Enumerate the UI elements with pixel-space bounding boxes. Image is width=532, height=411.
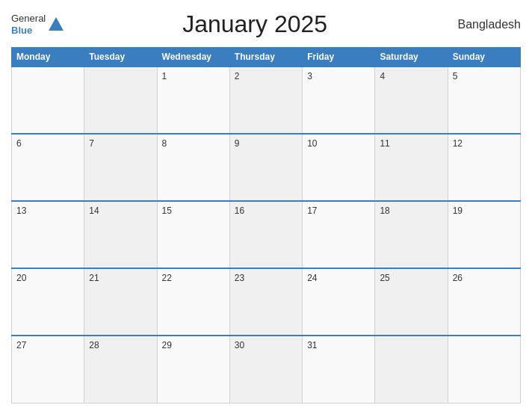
day-cell: 27 xyxy=(12,336,84,403)
day-number: 21 xyxy=(89,273,152,283)
day-number: 26 xyxy=(453,273,516,283)
logo-blue-text: Blue xyxy=(11,25,46,37)
header-tuesday: Tuesday xyxy=(84,48,157,67)
day-cell: 28 xyxy=(84,336,157,403)
day-cell: 10 xyxy=(303,134,375,201)
day-cell xyxy=(375,336,448,403)
day-cell: 21 xyxy=(84,268,157,336)
day-cell: 23 xyxy=(229,268,302,336)
day-cell: 25 xyxy=(375,268,448,336)
day-number: 5 xyxy=(453,71,516,81)
day-number: 20 xyxy=(16,273,79,283)
day-cell xyxy=(448,336,520,403)
day-number: 18 xyxy=(380,206,442,216)
day-number: 7 xyxy=(89,138,152,149)
day-number: 4 xyxy=(380,71,442,81)
day-cell: 9 xyxy=(229,134,302,201)
day-number: 8 xyxy=(162,138,225,149)
day-cell: 8 xyxy=(157,134,229,201)
header-monday: Monday xyxy=(12,48,84,67)
day-cell: 2 xyxy=(229,67,302,134)
day-number: 17 xyxy=(307,206,370,216)
header-saturday: Saturday xyxy=(375,48,448,67)
day-number: 28 xyxy=(89,340,152,350)
calendar-header: General Blue January 2025 Bangladesh xyxy=(11,7,521,41)
header-sunday: Sunday xyxy=(448,48,520,67)
day-number: 27 xyxy=(16,340,79,350)
day-cell: 4 xyxy=(375,67,448,134)
country-label: Bangladesh xyxy=(446,18,521,31)
day-cell xyxy=(12,67,84,134)
day-cell: 15 xyxy=(157,201,229,268)
day-number: 23 xyxy=(235,273,297,283)
day-number: 9 xyxy=(235,138,297,149)
day-number: 16 xyxy=(235,206,297,216)
day-number: 6 xyxy=(16,138,79,149)
day-cell: 26 xyxy=(448,268,520,336)
day-cell: 6 xyxy=(12,134,84,201)
day-number: 1 xyxy=(162,71,225,81)
day-cell: 14 xyxy=(84,201,157,268)
day-cell: 20 xyxy=(12,268,84,336)
logo-general-text: General xyxy=(11,13,46,25)
day-number: 30 xyxy=(235,340,297,350)
day-cell: 7 xyxy=(84,134,157,201)
day-number: 3 xyxy=(307,71,370,81)
day-number: 12 xyxy=(453,138,516,149)
day-cell: 5 xyxy=(448,67,520,134)
days-header-row: Monday Tuesday Wednesday Thursday Friday… xyxy=(12,48,521,67)
day-number: 22 xyxy=(162,273,225,283)
day-number: 25 xyxy=(380,273,442,283)
calendar-wrapper: General Blue January 2025 Bangladesh Mon… xyxy=(0,0,532,411)
day-cell: 13 xyxy=(12,201,84,268)
logo: General Blue xyxy=(11,13,64,36)
day-cell: 1 xyxy=(157,67,229,134)
day-cell: 29 xyxy=(157,336,229,403)
day-cell xyxy=(84,67,157,134)
week-row-4: 20212223242526 xyxy=(12,268,521,336)
day-cell: 31 xyxy=(303,336,375,403)
week-row-5: 2728293031 xyxy=(12,336,521,403)
header-friday: Friday xyxy=(303,48,375,67)
week-row-2: 6789101112 xyxy=(12,134,521,201)
day-cell: 17 xyxy=(303,201,375,268)
day-cell: 12 xyxy=(448,134,520,201)
day-number: 31 xyxy=(307,340,370,350)
day-number: 15 xyxy=(162,206,225,216)
header-thursday: Thursday xyxy=(229,48,302,67)
week-row-1: 12345 xyxy=(12,67,521,134)
day-number: 13 xyxy=(16,206,79,216)
day-cell: 19 xyxy=(448,201,520,268)
header-wednesday: Wednesday xyxy=(157,48,229,67)
calendar-table: Monday Tuesday Wednesday Thursday Friday… xyxy=(11,47,521,404)
day-cell: 24 xyxy=(303,268,375,336)
day-cell: 30 xyxy=(229,336,302,403)
day-number: 24 xyxy=(307,273,370,283)
day-number: 11 xyxy=(380,138,442,149)
day-cell: 3 xyxy=(303,67,375,134)
day-number: 10 xyxy=(307,138,370,149)
day-cell: 11 xyxy=(375,134,448,201)
day-cell: 18 xyxy=(375,201,448,268)
day-cell: 22 xyxy=(157,268,229,336)
day-number: 14 xyxy=(89,206,152,216)
week-row-3: 13141516171819 xyxy=(12,201,521,268)
day-number: 2 xyxy=(235,71,297,81)
calendar-title: January 2025 xyxy=(64,10,446,38)
logo-triangle-icon xyxy=(49,17,64,31)
day-cell: 16 xyxy=(229,201,302,268)
day-number: 29 xyxy=(162,340,225,350)
day-number: 19 xyxy=(453,206,516,216)
